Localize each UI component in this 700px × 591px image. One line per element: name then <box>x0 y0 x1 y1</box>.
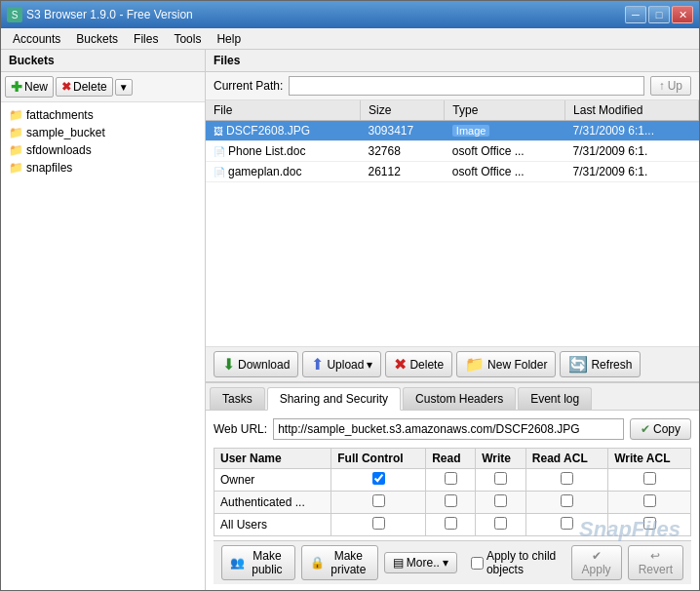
apply-to-children-checkbox[interactable] <box>471 557 484 570</box>
delete-button[interactable]: ✖ Delete <box>385 351 452 377</box>
auth-fullcontrol-checkbox[interactable] <box>372 494 385 507</box>
x-icon: ✖ <box>61 80 71 94</box>
menu-tools[interactable]: Tools <box>166 30 209 48</box>
tab-event-log[interactable]: Event log <box>518 387 592 410</box>
main-layout: Buckets ✚ New ✖ Delete ▼ 📁 fattachments … <box>1 50 699 591</box>
acl-row-owner: Owner <box>214 469 691 492</box>
maximize-button[interactable]: □ <box>648 6 670 23</box>
folder-icon: 📁 <box>9 108 23 122</box>
delete-bucket-button[interactable]: ✖ Delete <box>56 77 113 97</box>
refresh-label: Refresh <box>591 358 632 372</box>
delete-icon: ✖ <box>394 355 407 374</box>
make-private-button[interactable]: 🔒 Make private <box>301 545 378 580</box>
new-folder-button[interactable]: 📁 New Folder <box>456 351 556 377</box>
col-file[interactable]: File <box>206 100 360 121</box>
table-row[interactable]: 🖼DSCF2608.JPG 3093417 Image 7/31/2009 6:… <box>206 121 699 141</box>
folder-icon: 📁 <box>9 126 23 139</box>
file-icon: 🖼 <box>214 126 223 137</box>
owner-write-checkbox[interactable] <box>494 472 507 485</box>
bucket-dropdown-button[interactable]: ▼ <box>115 79 133 96</box>
tree-item-fattachments[interactable]: 📁 fattachments <box>5 106 201 124</box>
owner-readacl-checkbox[interactable] <box>561 472 573 485</box>
tab-content-sharing: Web URL: ✔ Copy User Name Full Control R… <box>206 411 699 591</box>
new-bucket-button[interactable]: ✚ New <box>5 76 54 98</box>
bucket-tree: 📁 fattachments 📁 sample_bucket 📁 sfdownl… <box>1 102 205 591</box>
table-row[interactable]: 📄gameplan.doc 26112 osoft Office ... 7/3… <box>206 162 699 182</box>
path-bar: Current Path: ↑ Up <box>206 72 699 100</box>
url-row: Web URL: ✔ Copy <box>214 418 691 440</box>
window-controls: ─ □ ✕ <box>625 6 693 23</box>
revert-label: Revert <box>639 563 673 576</box>
col-modified[interactable]: Last Modified <box>565 100 699 121</box>
apply-label: Apply <box>582 563 611 576</box>
bottom-panel: Tasks Sharing and Security Custom Header… <box>206 382 699 591</box>
acl-col-readacl: Read ACL <box>525 449 607 469</box>
url-input[interactable] <box>273 418 624 440</box>
tab-sharing[interactable]: Sharing and Security <box>267 387 401 411</box>
download-icon: ⬇ <box>222 355 235 374</box>
file-table: File Size Type Last Modified 🖼DSCF2608.J… <box>206 100 699 182</box>
refresh-icon: 🔄 <box>568 355 588 374</box>
all-readacl-checkbox[interactable] <box>561 517 573 530</box>
bucket-toolbar: ✚ New ✖ Delete ▼ <box>1 72 205 102</box>
all-write-checkbox[interactable] <box>494 517 507 530</box>
download-button[interactable]: ⬇ Download <box>214 351 298 377</box>
menu-buckets[interactable]: Buckets <box>68 30 126 48</box>
tab-custom-headers[interactable]: Custom Headers <box>403 387 516 410</box>
all-writeacl-checkbox[interactable] <box>643 517 656 530</box>
table-row[interactable]: 📄Phone List.doc 32768 osoft Office ... 7… <box>206 141 699 162</box>
apply-button[interactable]: ✔ Apply <box>571 545 622 580</box>
acl-username-auth: Authenticated ... <box>214 492 331 514</box>
acl-col-read: Read <box>426 449 476 469</box>
auth-readacl-checkbox[interactable] <box>561 494 573 507</box>
menu-accounts[interactable]: Accounts <box>5 30 68 48</box>
more-label: More.. <box>407 556 440 570</box>
col-size[interactable]: Size <box>360 100 444 121</box>
acl-username-all: All Users <box>214 514 331 536</box>
make-public-button[interactable]: 👥 Make public <box>221 545 295 580</box>
file-type: osoft Office ... <box>445 162 565 182</box>
refresh-button[interactable]: 🔄 Refresh <box>560 351 641 377</box>
auth-read-checkbox[interactable] <box>445 494 457 507</box>
up-button[interactable]: ↑ Up <box>650 76 691 96</box>
tab-tasks[interactable]: Tasks <box>210 387 265 410</box>
file-icon: 📄 <box>214 146 225 157</box>
plus-icon: ✚ <box>11 79 22 95</box>
tabs: Tasks Sharing and Security Custom Header… <box>206 383 699 411</box>
all-read-checkbox[interactable] <box>445 517 457 530</box>
owner-fullcontrol-checkbox[interactable] <box>372 472 385 485</box>
close-button[interactable]: ✕ <box>672 6 693 23</box>
auth-writeacl-checkbox[interactable] <box>643 494 656 507</box>
upload-button[interactable]: ⬆ Upload ▾ <box>302 351 381 377</box>
col-type[interactable]: Type <box>445 100 565 121</box>
minimize-button[interactable]: ─ <box>625 6 646 23</box>
folder-icon: 📁 <box>9 161 23 175</box>
file-list: File Size Type Last Modified 🖼DSCF2608.J… <box>206 100 699 347</box>
revert-button[interactable]: ↩ Revert <box>628 545 683 580</box>
acl-col-fullcontrol: Full Control <box>331 449 426 469</box>
up-arrow-icon: ↑ <box>659 79 665 93</box>
buckets-title: Buckets <box>1 50 205 72</box>
delete-label: Delete <box>409 358 444 372</box>
menu-help[interactable]: Help <box>209 30 249 48</box>
tree-item-sfdownloads[interactable]: 📁 sfdownloads <box>5 141 201 159</box>
copy-button[interactable]: ✔ Copy <box>630 418 691 440</box>
tree-label: sfdownloads <box>26 143 92 157</box>
owner-writeacl-checkbox[interactable] <box>643 472 656 485</box>
window-title: S3 Browser 1.9.0 - Free Version <box>26 8 193 21</box>
more-button[interactable]: ▤ More.. ▾ <box>384 552 457 573</box>
apply-to-children-label[interactable]: Apply to child objects <box>471 549 560 576</box>
file-toolbar: ⬇ Download ⬆ Upload ▾ ✖ Delete 📁 New Fol… <box>206 347 699 382</box>
tree-item-sample-bucket[interactable]: 📁 sample_bucket <box>5 124 201 141</box>
apply-checkmark-icon: ✔ <box>592 549 602 563</box>
owner-read-checkbox[interactable] <box>445 472 457 485</box>
menu-files[interactable]: Files <box>126 30 166 48</box>
tree-label: snapfiles <box>26 161 72 175</box>
more-icon: ▤ <box>393 556 404 570</box>
acl-table: User Name Full Control Read Write Read A… <box>214 448 691 536</box>
auth-write-checkbox[interactable] <box>494 494 507 507</box>
file-size: 3093417 <box>360 121 444 141</box>
all-fullcontrol-checkbox[interactable] <box>372 517 385 530</box>
tree-item-snapfiles[interactable]: 📁 snapfiles <box>5 159 201 177</box>
path-input[interactable] <box>289 76 643 96</box>
